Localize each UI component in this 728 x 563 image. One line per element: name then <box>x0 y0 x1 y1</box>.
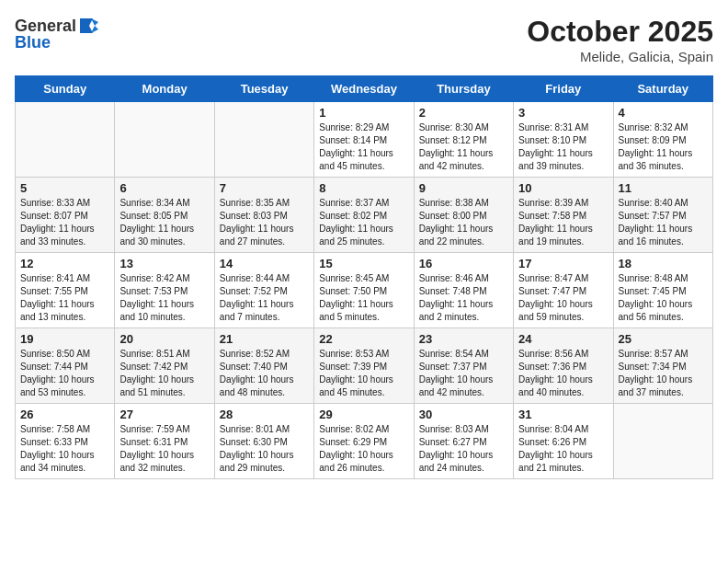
calendar-week-row: 12Sunrise: 8:41 AM Sunset: 7:55 PM Dayli… <box>16 253 713 328</box>
day-info: Sunrise: 8:48 AM Sunset: 7:45 PM Dayligh… <box>619 272 708 324</box>
day-number: 5 <box>20 181 109 195</box>
calendar-week-row: 26Sunrise: 7:58 AM Sunset: 6:33 PM Dayli… <box>16 404 713 479</box>
day-of-week-header: Monday <box>115 76 214 102</box>
day-number: 8 <box>319 181 408 195</box>
day-info: Sunrise: 8:40 AM Sunset: 7:57 PM Dayligh… <box>619 197 708 248</box>
day-info: Sunrise: 8:44 AM Sunset: 7:52 PM Dayligh… <box>220 272 309 324</box>
calendar-day-cell: 5Sunrise: 8:33 AM Sunset: 8:07 PM Daylig… <box>16 178 115 253</box>
day-info: Sunrise: 8:38 AM Sunset: 8:00 PM Dayligh… <box>419 197 508 248</box>
day-number: 24 <box>518 332 608 346</box>
day-info: Sunrise: 8:41 AM Sunset: 7:55 PM Dayligh… <box>20 272 109 324</box>
logo: General Blue <box>15 15 100 52</box>
day-number: 14 <box>220 257 309 270</box>
calendar-day-cell <box>214 102 313 178</box>
day-of-week-header: Wednesday <box>314 76 414 102</box>
day-info: Sunrise: 8:37 AM Sunset: 8:02 PM Dayligh… <box>319 197 408 248</box>
day-number: 29 <box>319 408 408 421</box>
day-info: Sunrise: 8:31 AM Sunset: 8:10 PM Dayligh… <box>518 121 608 173</box>
day-number: 23 <box>419 332 508 346</box>
day-number: 25 <box>619 332 708 346</box>
day-number: 9 <box>419 181 508 195</box>
day-info: Sunrise: 8:34 AM Sunset: 8:05 PM Dayligh… <box>119 197 209 248</box>
calendar-day-cell: 6Sunrise: 8:34 AM Sunset: 8:05 PM Daylig… <box>115 178 214 253</box>
day-of-week-header: Thursday <box>414 76 513 102</box>
month-year-heading: October 2025 <box>527 15 713 49</box>
day-info: Sunrise: 8:42 AM Sunset: 7:53 PM Dayligh… <box>119 272 209 324</box>
calendar-header-row: SundayMondayTuesdayWednesdayThursdayFrid… <box>16 76 713 102</box>
day-info: Sunrise: 7:58 AM Sunset: 6:33 PM Dayligh… <box>20 423 109 475</box>
calendar-day-cell: 22Sunrise: 8:53 AM Sunset: 7:39 PM Dayli… <box>314 328 414 404</box>
day-of-week-header: Sunday <box>16 76 115 102</box>
calendar-day-cell: 12Sunrise: 8:41 AM Sunset: 7:55 PM Dayli… <box>16 253 115 328</box>
day-number: 26 <box>20 408 109 421</box>
day-info: Sunrise: 8:03 AM Sunset: 6:27 PM Dayligh… <box>419 423 508 475</box>
calendar-day-cell: 29Sunrise: 8:02 AM Sunset: 6:29 PM Dayli… <box>314 404 414 479</box>
calendar-day-cell: 3Sunrise: 8:31 AM Sunset: 8:10 PM Daylig… <box>514 102 613 178</box>
day-info: Sunrise: 8:35 AM Sunset: 8:03 PM Dayligh… <box>220 197 309 248</box>
day-number: 21 <box>220 332 309 346</box>
calendar-day-cell: 13Sunrise: 8:42 AM Sunset: 7:53 PM Dayli… <box>115 253 214 328</box>
calendar-day-cell: 17Sunrise: 8:47 AM Sunset: 7:47 PM Dayli… <box>514 253 613 328</box>
day-number: 22 <box>319 332 408 346</box>
day-info: Sunrise: 8:50 AM Sunset: 7:44 PM Dayligh… <box>20 348 109 399</box>
day-info: Sunrise: 8:04 AM Sunset: 6:26 PM Dayligh… <box>518 423 608 475</box>
day-number: 1 <box>319 106 408 120</box>
calendar-day-cell <box>613 404 712 479</box>
day-number: 28 <box>220 408 309 421</box>
day-number: 12 <box>20 257 109 270</box>
calendar-table: SundayMondayTuesdayWednesdayThursdayFrid… <box>15 75 713 479</box>
calendar-week-row: 5Sunrise: 8:33 AM Sunset: 8:07 PM Daylig… <box>16 178 713 253</box>
day-number: 13 <box>119 257 209 270</box>
day-info: Sunrise: 8:57 AM Sunset: 7:34 PM Dayligh… <box>619 348 708 399</box>
calendar-day-cell: 27Sunrise: 7:59 AM Sunset: 6:31 PM Dayli… <box>115 404 214 479</box>
calendar-day-cell <box>115 102 214 178</box>
day-number: 10 <box>518 181 608 195</box>
day-number: 11 <box>619 181 708 195</box>
location-heading: Melide, Galicia, Spain <box>527 49 713 64</box>
day-info: Sunrise: 8:45 AM Sunset: 7:50 PM Dayligh… <box>319 272 408 324</box>
svg-marker-0 <box>80 18 93 33</box>
calendar-day-cell: 11Sunrise: 8:40 AM Sunset: 7:57 PM Dayli… <box>613 178 712 253</box>
calendar-day-cell: 9Sunrise: 8:38 AM Sunset: 8:00 PM Daylig… <box>414 178 513 253</box>
day-info: Sunrise: 8:54 AM Sunset: 7:37 PM Dayligh… <box>419 348 508 399</box>
day-number: 18 <box>619 257 708 270</box>
day-of-week-header: Friday <box>514 76 613 102</box>
calendar-day-cell: 4Sunrise: 8:32 AM Sunset: 8:09 PM Daylig… <box>613 102 712 178</box>
day-info: Sunrise: 8:01 AM Sunset: 6:30 PM Dayligh… <box>220 423 309 475</box>
day-number: 16 <box>419 257 508 270</box>
svg-marker-1 <box>91 18 98 33</box>
calendar-day-cell: 16Sunrise: 8:46 AM Sunset: 7:48 PM Dayli… <box>414 253 513 328</box>
calendar-week-row: 1Sunrise: 8:29 AM Sunset: 8:14 PM Daylig… <box>16 102 713 178</box>
calendar-day-cell: 7Sunrise: 8:35 AM Sunset: 8:03 PM Daylig… <box>214 178 313 253</box>
day-number: 7 <box>220 181 309 195</box>
month-title: October 2025 Melide, Galicia, Spain <box>527 15 713 64</box>
calendar-day-cell: 20Sunrise: 8:51 AM Sunset: 7:42 PM Dayli… <box>115 328 214 404</box>
calendar-day-cell: 23Sunrise: 8:54 AM Sunset: 7:37 PM Dayli… <box>414 328 513 404</box>
day-number: 27 <box>119 408 209 421</box>
day-info: Sunrise: 8:33 AM Sunset: 8:07 PM Dayligh… <box>20 197 109 248</box>
calendar-day-cell: 31Sunrise: 8:04 AM Sunset: 6:26 PM Dayli… <box>514 404 613 479</box>
day-info: Sunrise: 8:32 AM Sunset: 8:09 PM Dayligh… <box>619 121 708 173</box>
calendar-day-cell: 14Sunrise: 8:44 AM Sunset: 7:52 PM Dayli… <box>214 253 313 328</box>
calendar-day-cell: 1Sunrise: 8:29 AM Sunset: 8:14 PM Daylig… <box>314 102 414 178</box>
day-number: 2 <box>419 106 508 120</box>
calendar-day-cell: 10Sunrise: 8:39 AM Sunset: 7:58 PM Dayli… <box>514 178 613 253</box>
day-info: Sunrise: 8:30 AM Sunset: 8:12 PM Dayligh… <box>419 121 508 173</box>
logo-flag-icon <box>78 15 100 37</box>
calendar-day-cell: 24Sunrise: 8:56 AM Sunset: 7:36 PM Dayli… <box>514 328 613 404</box>
day-number: 17 <box>518 257 608 270</box>
day-number: 19 <box>20 332 109 346</box>
day-number: 3 <box>518 106 608 120</box>
calendar-day-cell: 18Sunrise: 8:48 AM Sunset: 7:45 PM Dayli… <box>613 253 712 328</box>
day-number: 15 <box>319 257 408 270</box>
calendar-week-row: 19Sunrise: 8:50 AM Sunset: 7:44 PM Dayli… <box>16 328 713 404</box>
calendar-day-cell: 19Sunrise: 8:50 AM Sunset: 7:44 PM Dayli… <box>16 328 115 404</box>
day-info: Sunrise: 8:02 AM Sunset: 6:29 PM Dayligh… <box>319 423 408 475</box>
day-info: Sunrise: 8:29 AM Sunset: 8:14 PM Dayligh… <box>319 121 408 173</box>
day-info: Sunrise: 8:52 AM Sunset: 7:40 PM Dayligh… <box>220 348 309 399</box>
calendar-day-cell: 2Sunrise: 8:30 AM Sunset: 8:12 PM Daylig… <box>414 102 513 178</box>
day-number: 6 <box>119 181 209 195</box>
day-number: 30 <box>419 408 508 421</box>
calendar-day-cell: 30Sunrise: 8:03 AM Sunset: 6:27 PM Dayli… <box>414 404 513 479</box>
calendar-day-cell: 21Sunrise: 8:52 AM Sunset: 7:40 PM Dayli… <box>214 328 313 404</box>
